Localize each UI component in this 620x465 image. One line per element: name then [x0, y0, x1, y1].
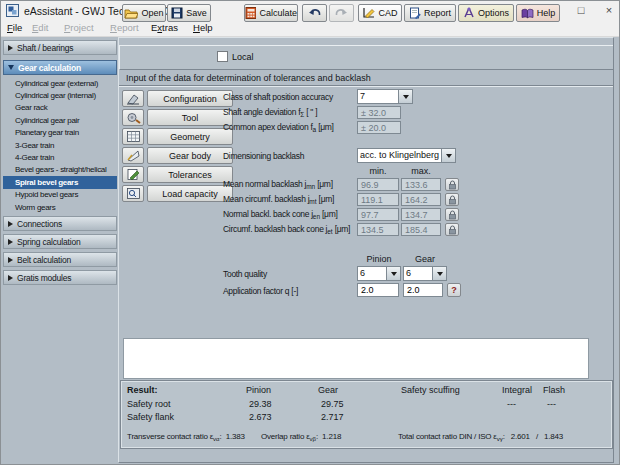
- section-label: Connections: [17, 219, 62, 229]
- label-text: Normal backl. back cone j: [223, 209, 313, 219]
- message-area: [123, 338, 589, 379]
- tool-button[interactable]: Tool: [147, 109, 233, 126]
- collapsed-triangle-icon: [8, 221, 13, 227]
- menu-key: R: [110, 22, 117, 33]
- sidebar-section-spring-calculation[interactable]: Spring calculation: [3, 234, 117, 249]
- tooth-quality-pinion-dropdown[interactable]: 6: [357, 266, 401, 281]
- cad-icon: [362, 7, 375, 19]
- collapsed-triangle-icon: [8, 239, 13, 245]
- ratio-text: Total contact ratio DIN / ISO ε: [398, 432, 497, 441]
- dropdown-button[interactable]: [441, 149, 455, 162]
- label-unit: [μm]: [318, 122, 334, 132]
- tool-icon-button[interactable]: [122, 109, 144, 126]
- button-label: Calculate: [259, 8, 297, 18]
- sidebar-section-gear-calculation[interactable]: Gear calculation: [3, 60, 117, 75]
- load-capacity-icon-button[interactable]: [122, 185, 144, 202]
- gear-body-icon-button[interactable]: [122, 147, 144, 164]
- safety-root-pinion-value: 29.38: [249, 399, 272, 409]
- local-checkbox[interactable]: [217, 51, 228, 62]
- pinion-column-header: Pinion: [357, 254, 401, 264]
- apex-deviation-label: Common apex deviation fa[μm]: [223, 122, 334, 133]
- dimensioning-backlash-label: Dimensioning backlash: [223, 151, 304, 161]
- geometry-icon-button[interactable]: [122, 128, 144, 145]
- sidebar-item-gear-rack[interactable]: Gear rack: [3, 102, 117, 114]
- chevron-down-icon: [437, 272, 443, 276]
- lock-button[interactable]: [445, 208, 459, 221]
- undo-button[interactable]: [302, 4, 327, 22]
- gear-column-header: Gear: [403, 254, 447, 264]
- sidebar-item-spiral-bevel-gears[interactable]: Spiral bevel gears: [3, 176, 117, 188]
- menubar: File Edit Project Report Extras Help: [1, 20, 619, 37]
- label-sub: et: [327, 228, 332, 235]
- application-factor-label: Application factor q [-]: [223, 286, 298, 296]
- tolerances-icon-button[interactable]: [122, 166, 144, 183]
- redo-arrow-icon: [335, 8, 348, 19]
- tolerances-button[interactable]: Tolerances: [147, 166, 233, 183]
- scuffing-flash-value: ---: [547, 399, 556, 409]
- menu-item-project: Project: [64, 22, 94, 33]
- calculate-button[interactable]: Calculate: [244, 4, 298, 22]
- label-text: Shaft angle deviation f: [223, 107, 300, 117]
- mean-circumf-backlash-min-field: 119.1: [357, 193, 399, 206]
- configuration-button[interactable]: Configuration: [147, 90, 233, 107]
- sidebar-item-cylindrical-gear-external[interactable]: Cylindrical gear (external): [3, 77, 117, 89]
- sidebar-item-cylindrical-gear-pair[interactable]: Cylindrical gear pair: [3, 114, 117, 126]
- open-button[interactable]: Open: [122, 4, 166, 22]
- lock-icon: [448, 210, 457, 220]
- lock-button[interactable]: [445, 193, 459, 206]
- options-button[interactable]: Options: [458, 4, 514, 22]
- report-button[interactable]: Report: [404, 4, 456, 22]
- geometry-button[interactable]: Geometry: [147, 128, 233, 145]
- sidebar-item-worm-gears[interactable]: Worm gears: [3, 201, 117, 213]
- mean-circumf-backlash-label: Mean circumf. backlash jmt[μm]: [223, 194, 334, 205]
- menu-item-extras[interactable]: Extras: [151, 22, 178, 33]
- gear-body-button[interactable]: Gear body: [147, 147, 233, 164]
- safety-flank-label: Safety flank: [127, 412, 174, 422]
- total-contact-ratio: Total contact ratio DIN / ISO εvγ: 2.601…: [398, 432, 563, 442]
- open-folder-icon: [124, 7, 138, 19]
- sidebar-item-bevel-gears[interactable]: Bevel gears - straight/helical: [3, 164, 117, 176]
- lock-icon: [448, 225, 457, 235]
- application-factor-pinion-input[interactable]: [357, 283, 399, 297]
- sidebar-item-planetary-gear-train[interactable]: Planetary gear train: [3, 127, 117, 139]
- sidebar-item-hypoid-bevel-gears[interactable]: Hypoid bevel gears: [3, 189, 117, 201]
- configuration-icon-button[interactable]: [122, 90, 144, 107]
- lock-button[interactable]: [445, 223, 459, 236]
- normal-backlash-back-cone-min-field: 97.7: [357, 208, 399, 221]
- local-checkbox-label: Local: [232, 52, 254, 62]
- ratio-text: Overlap ratio ε: [261, 432, 310, 441]
- menu-item-help[interactable]: Help: [193, 22, 213, 33]
- dropdown-value: 6: [358, 267, 386, 280]
- close-button[interactable]: ×: [599, 2, 619, 18]
- sidebar-item-cylindrical-gear-internal[interactable]: Cylindrical gear (internal): [3, 89, 117, 101]
- undo-arrow-icon: [308, 8, 321, 19]
- cad-button[interactable]: CAD: [358, 4, 402, 22]
- maximize-button[interactable]: □: [571, 2, 591, 18]
- label-unit: [μm]: [335, 224, 351, 234]
- dropdown-button[interactable]: [398, 90, 412, 103]
- sidebar-item-4-gear-train[interactable]: 4-Gear train: [3, 151, 117, 163]
- menu-item-file[interactable]: File: [7, 22, 22, 33]
- label-sub: mn: [306, 183, 315, 190]
- tooth-quality-gear-dropdown[interactable]: 6: [403, 266, 447, 281]
- dropdown-button[interactable]: [386, 267, 400, 280]
- collapsed-triangle-icon: [8, 275, 13, 281]
- sidebar-item-3-gear-train[interactable]: 3-Gear train: [3, 139, 117, 151]
- dropdown-value: acc. to Klingelnberg: [358, 149, 441, 162]
- sidebar-section-connections[interactable]: Connections: [3, 216, 117, 231]
- max-column-header: max.: [401, 166, 441, 176]
- application-factor-gear-input[interactable]: [403, 283, 443, 297]
- application-factor-help-button[interactable]: ?: [447, 283, 461, 297]
- dropdown-button[interactable]: [432, 267, 446, 280]
- sidebar-section-belt-calculation[interactable]: Belt calculation: [3, 252, 117, 267]
- safety-flank-gear-value: 2.717: [321, 412, 344, 422]
- sidebar-section-gratis-modules[interactable]: Gratis modules: [3, 270, 117, 285]
- load-capacity-button[interactable]: Load capacity: [147, 185, 233, 202]
- save-button[interactable]: Save: [167, 4, 211, 22]
- dimensioning-backlash-dropdown[interactable]: acc. to Klingelnberg: [357, 148, 456, 163]
- help-button[interactable]: Help: [516, 4, 560, 22]
- lock-button[interactable]: [445, 178, 459, 191]
- sidebar-section-shaft-bearings[interactable]: Shaft / bearings: [3, 40, 117, 55]
- accuracy-dropdown[interactable]: 7: [357, 89, 413, 104]
- section-label: Belt calculation: [17, 255, 71, 265]
